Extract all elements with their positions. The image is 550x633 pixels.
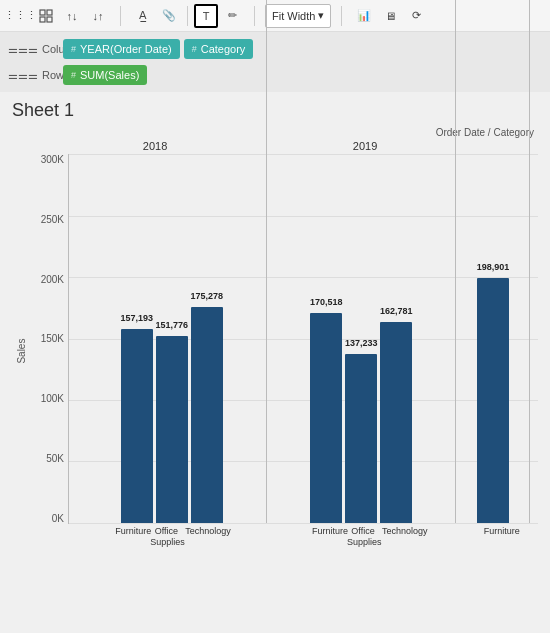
year-group-2019: 170,518 137,233 (267, 313, 457, 523)
bar-tech-2018[interactable]: 175,278 (191, 307, 223, 523)
toolbar-btn-1[interactable]: ⋮⋮⋮ (8, 4, 32, 28)
toolbar-btn-2[interactable] (34, 4, 58, 28)
column-pill-category[interactable]: # Category (184, 39, 254, 59)
rows-label: ⚌⚌⚌ Rows (8, 69, 63, 82)
bar-office-2019[interactable]: 137,233 (345, 354, 377, 523)
toolbar-btn-underline[interactable]: A̲ (131, 4, 155, 28)
year-group-2020-partial: 198,901 (456, 278, 530, 523)
y-tick-150k: 150K (30, 333, 68, 344)
columns-label: ⚌⚌⚌ Columns (8, 43, 63, 56)
y-tick-100k: 100K (30, 393, 68, 404)
y-tick-200k: 200K (30, 274, 68, 285)
toolbar-left-group: ⋮⋮⋮ ↑↓ ↓↑ (8, 4, 110, 28)
pills-area: ⚌⚌⚌ Columns # YEAR(Order Date) # Categor… (0, 32, 550, 92)
bar-label-2019-tech: 162,781 (380, 306, 413, 316)
year-label-2018: 2018 (50, 140, 260, 152)
year-label-partial (470, 140, 538, 152)
x-label-2018-furniture: Furniture (115, 524, 147, 548)
toolbar-divider-3 (341, 6, 342, 26)
y-axis-title: Sales (12, 154, 30, 548)
x-label-2019-office: OfficeSupplies (347, 524, 379, 548)
bar-label-2018-furniture: 157,193 (120, 313, 153, 323)
toolbar-text-group: A̲ 📎 T ✏ (131, 4, 244, 28)
chart-wrapper: Order Date / Category 2018 2019 Sales 30… (12, 127, 538, 548)
bars-area: 157,193 151,776 (69, 154, 538, 523)
fit-width-button[interactable]: Fit Width ▾ (265, 4, 331, 28)
column-pill-year[interactable]: # YEAR(Order Date) (63, 39, 180, 59)
toolbar-right-group: 📊 🖥 ⟳ (352, 4, 428, 28)
year-labels-row: 2018 2019 (12, 140, 538, 152)
pill-icon: # (71, 70, 76, 80)
toolbar-btn-text[interactable]: T (194, 4, 218, 28)
year-label-2019: 2019 (260, 140, 470, 152)
toolbar: ⋮⋮⋮ ↑↓ ↓↑ A̲ 📎 T ✏ Fit Width ▾ 📊 🖥 ⟳ (0, 0, 550, 32)
toolbar-btn-pen[interactable]: ✏ (220, 4, 244, 28)
x-labels-2018: Furniture OfficeSupplies Technology (68, 524, 265, 548)
bar-furniture-2019[interactable]: 170,518 (310, 313, 342, 523)
bar-2018-tech: 175,278 (191, 307, 223, 523)
bar-label-2019-furniture: 170,518 (310, 297, 343, 307)
row-pill-sales[interactable]: # SUM(Sales) (63, 65, 147, 85)
bar-furniture-2018[interactable]: 157,193 (121, 329, 153, 523)
y-tick-0k: 0K (30, 513, 68, 524)
bar-label-2018-office: 151,776 (155, 320, 188, 330)
toolbar-divider-2 (254, 6, 255, 26)
svg-rect-3 (47, 17, 52, 22)
bar-office-2018[interactable]: 151,776 (156, 336, 188, 523)
pill-icon: # (71, 44, 76, 54)
bar-2018-furniture: 157,193 (121, 329, 153, 523)
columns-row: ⚌⚌⚌ Columns # YEAR(Order Date) # Categor… (0, 36, 550, 62)
bar-label-2020-furniture: 198,901 (477, 262, 510, 272)
bar-2018-office: 151,776 (156, 336, 188, 523)
fit-width-label: Fit Width (272, 10, 315, 22)
chart-inner: 300K 250K 200K 150K 100K 50K 0K (30, 154, 538, 548)
x-label-2018-office: OfficeSupplies (150, 524, 182, 548)
y-axis: 300K 250K 200K 150K 100K 50K 0K (30, 154, 68, 524)
svg-rect-0 (40, 10, 45, 15)
x-labels-2020: Furniture (461, 524, 538, 548)
toolbar-btn-monitor[interactable]: 🖥 (378, 4, 402, 28)
svg-rect-1 (47, 10, 52, 15)
toolbar-btn-sort-desc[interactable]: ↓↑ (86, 4, 110, 28)
bar-tech-2019[interactable]: 162,781 (380, 322, 412, 523)
bar-2019-furniture: 170,518 (310, 313, 342, 523)
chart-container: Sheet 1 Order Date / Category 2018 2019 … (0, 92, 550, 548)
bar-2020-furniture: 198,901 (477, 278, 509, 523)
toolbar-btn-paperclip[interactable]: 📎 (157, 4, 181, 28)
x-label-2020-furniture: Furniture (484, 524, 516, 548)
bar-2019-tech: 162,781 (380, 322, 412, 523)
bar-label-2018-tech: 175,278 (190, 291, 223, 301)
y-tick-300k: 300K (30, 154, 68, 165)
x-labels-2019: Furniture OfficeSupplies Technology (265, 524, 462, 548)
y-tick-250k: 250K (30, 214, 68, 225)
grid-line-0k (69, 523, 538, 524)
plot-area: 157,193 151,776 (68, 154, 538, 524)
chart-plot-area: 300K 250K 200K 150K 100K 50K 0K (30, 154, 538, 524)
toolbar-divider-1 (120, 6, 121, 26)
toolbar-btn-share[interactable]: ⟳ (404, 4, 428, 28)
x-label-2019-tech: Technology (382, 524, 414, 548)
bar-label-2019-office: 137,233 (345, 338, 378, 348)
x-label-2018-tech: Technology (185, 524, 217, 548)
year-group-2018: 157,193 151,776 (77, 307, 267, 523)
sheet-title: Sheet 1 (12, 100, 538, 121)
x-axis: Furniture OfficeSupplies Technology Furn… (30, 524, 538, 548)
bar-2019-office: 137,233 (345, 354, 377, 523)
toolbar-divider-small (187, 6, 188, 26)
rows-row: ⚌⚌⚌ Rows # SUM(Sales) (0, 62, 550, 88)
chart-axis-label: Order Date / Category (12, 127, 538, 138)
dropdown-arrow-icon: ▾ (318, 9, 324, 22)
y-tick-50k: 50K (30, 453, 68, 464)
chart-body: Sales 300K 250K 200K 150K 100K 50K 0K (12, 154, 538, 548)
rows-icon: ⚌⚌⚌ (8, 69, 38, 82)
columns-pills: # YEAR(Order Date) # Category (63, 39, 253, 59)
svg-rect-2 (40, 17, 45, 22)
toolbar-btn-chart[interactable]: 📊 (352, 4, 376, 28)
x-label-2019-furniture: Furniture (312, 524, 344, 548)
toolbar-btn-sort-asc[interactable]: ↑↓ (60, 4, 84, 28)
columns-icon: ⚌⚌⚌ (8, 43, 38, 56)
pill-icon: # (192, 44, 197, 54)
rows-pills: # SUM(Sales) (63, 65, 147, 85)
bar-furniture-2020[interactable]: 198,901 (477, 278, 509, 523)
